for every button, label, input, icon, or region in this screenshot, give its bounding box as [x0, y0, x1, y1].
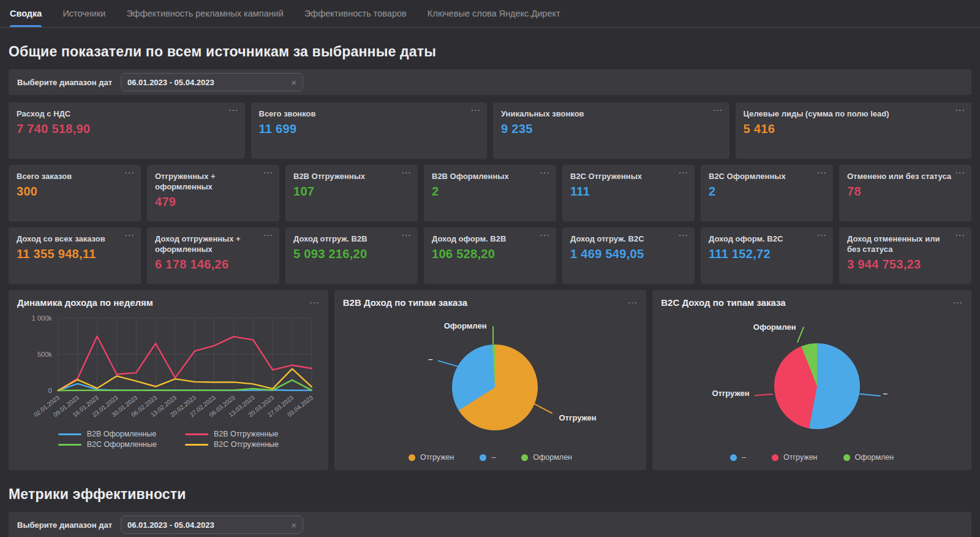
card-menu-icon[interactable]: ···: [679, 231, 688, 239]
card-menu-icon[interactable]: ···: [540, 169, 550, 177]
kpi-value: 2: [709, 185, 825, 199]
pie-callout-label: Отгружен: [559, 413, 596, 422]
kpi-card: B2B Отгруженных···107: [285, 165, 418, 221]
kpi-card: Доход отгруж. B2B···5 093 216,20: [285, 227, 418, 284]
clear-date-icon[interactable]: ×: [291, 78, 296, 87]
kpi-value: 2: [432, 185, 548, 199]
kpi-label: B2B Оформленных: [432, 172, 548, 182]
legend-label: B2B Оформленные: [87, 430, 157, 438]
line-chart-card: Динамика дохода по неделям ··· 0500k1 00…: [9, 290, 328, 470]
legend-dot: [521, 454, 528, 461]
tab-bar: СводкаИсточникиЭффективность рекламных к…: [0, 0, 980, 28]
pie-leader-line: [492, 326, 494, 345]
tab-label: Ключевые слова Яндекс.Директ: [428, 9, 560, 18]
kpi-value: 5 416: [744, 122, 964, 136]
card-menu-icon[interactable]: ···: [125, 169, 135, 177]
pie-callout-label: –: [883, 389, 888, 398]
tab-effektivnost-reklamnyh-kampaniy[interactable]: Эффективность рекламных кампаний: [126, 0, 284, 27]
kpi-label: B2B Отгруженных: [293, 172, 410, 182]
legend-dot: [480, 454, 486, 461]
legend-item[interactable]: B2C Отгруженные: [185, 440, 279, 449]
clear-date-icon[interactable]: ×: [291, 520, 296, 530]
tab-label: Источники: [62, 9, 105, 18]
kpi-value: 78: [847, 185, 963, 199]
b2b-pie-title: B2B Доход по типам заказа: [343, 297, 467, 308]
tab-label: Сводка: [10, 9, 42, 18]
pie-leader-line: [533, 403, 553, 414]
legend-label: –: [742, 453, 746, 462]
kpi-row-1: Расход с НДС···7 740 518,90Всего звонков…: [9, 102, 971, 159]
pie-leader-line: [755, 394, 773, 396]
kpi-label: Всего звонков: [259, 109, 480, 120]
kpi-value: 479: [155, 195, 271, 209]
legend-dot: [843, 454, 850, 461]
card-menu-icon[interactable]: ···: [402, 231, 412, 239]
date-range-input[interactable]: 06.01.2023 - 05.04.2023 ×: [121, 73, 303, 91]
card-menu-icon[interactable]: ···: [953, 299, 963, 308]
legend-item[interactable]: –: [730, 453, 746, 462]
kpi-value: 6 178 146,26: [155, 257, 271, 272]
kpi-card: Отменено или без статуса···78: [839, 165, 971, 221]
kpi-label: Доход со всех заказов: [17, 234, 133, 245]
card-menu-icon[interactable]: ···: [956, 169, 965, 177]
legend-item[interactable]: B2C Оформленные: [58, 440, 157, 449]
line-chart-legend: B2B ОформленныеB2B ОтгруженныеB2C Оформл…: [17, 430, 320, 449]
legend-item[interactable]: B2B Отгруженные: [185, 430, 279, 438]
legend-item[interactable]: Оформлен: [521, 453, 572, 462]
card-menu-icon[interactable]: ···: [956, 106, 965, 114]
legend-item[interactable]: –: [480, 453, 496, 462]
tab-effektivnost-tovarov[interactable]: Эффективность товаров: [304, 0, 407, 27]
pie-circle[interactable]: [774, 343, 860, 429]
card-menu-icon[interactable]: ···: [714, 106, 723, 114]
card-menu-icon[interactable]: ···: [628, 299, 638, 308]
kpi-label: Доход отгруж. B2B: [293, 234, 410, 245]
legend-label: Оформлен: [533, 453, 572, 462]
kpi-card: B2B Оформленных···2: [424, 165, 556, 221]
card-menu-icon[interactable]: ···: [817, 169, 827, 177]
legend-line-swatch: [185, 433, 208, 435]
legend-item[interactable]: Оформлен: [843, 453, 894, 462]
pie-callout-label: –: [428, 354, 432, 364]
card-menu-icon[interactable]: ···: [956, 231, 965, 239]
kpi-label: Уникальных звонков: [501, 109, 722, 120]
kpi-card: Доход со всех заказов···11 355 948,11: [9, 227, 141, 284]
svg-text:0: 0: [48, 387, 52, 394]
legend-item[interactable]: B2B Оформленные: [58, 430, 157, 438]
pie-leader-line: [856, 393, 881, 396]
card-menu-icon[interactable]: ···: [125, 231, 135, 239]
kpi-label: B2C Оформленных: [709, 172, 825, 182]
kpi-value: 300: [17, 185, 133, 199]
card-menu-icon[interactable]: ···: [229, 106, 239, 114]
card-menu-icon[interactable]: ···: [263, 169, 273, 177]
card-menu-icon[interactable]: ···: [310, 299, 320, 308]
tab-klyuchevye-slova-yandex-direct[interactable]: Ключевые слова Яндекс.Директ: [428, 0, 560, 27]
tab-istochniki[interactable]: Источники: [62, 0, 105, 27]
card-menu-icon[interactable]: ···: [540, 231, 550, 239]
legend-label: B2C Отгруженные: [214, 440, 279, 449]
legend-item[interactable]: Отгружен: [409, 453, 454, 462]
legend-dot: [409, 454, 415, 461]
card-menu-icon[interactable]: ···: [817, 231, 827, 239]
legend-dot: [772, 454, 778, 461]
kpi-label: Всего заказов: [17, 172, 133, 182]
card-menu-icon[interactable]: ···: [471, 106, 481, 114]
kpi-card: Доход отмененных или без статуса···3 944…: [839, 227, 971, 284]
date-range-input[interactable]: 06.01.2023 - 05.04.2023 ×: [121, 516, 303, 534]
pie-leader-line: [796, 327, 804, 343]
kpi-card: Уникальных звонков···9 235: [493, 102, 729, 159]
card-menu-icon[interactable]: ···: [402, 169, 412, 177]
line-chart-title: Динамика дохода по неделям: [17, 297, 153, 308]
date-filter-label: Выберите диапазон дат: [17, 520, 112, 530]
card-menu-icon[interactable]: ···: [263, 231, 273, 239]
kpi-card: Целевые лиды (сумма по полю lead)···5 41…: [736, 102, 972, 159]
tab-svodka[interactable]: Сводка: [10, 0, 42, 27]
kpi-card: Всего заказов···300: [9, 165, 141, 221]
card-menu-icon[interactable]: ···: [679, 169, 688, 177]
pie-leader-line: [438, 360, 458, 367]
b2c-pie-legend: –ОтгруженОформлен: [661, 451, 963, 463]
pie-callout-label: Отгружен: [712, 389, 749, 398]
kpi-card: Доход оформ. B2C···111 152,72: [701, 227, 833, 284]
legend-label: Отгружен: [783, 453, 817, 462]
legend-item[interactable]: Отгружен: [772, 453, 817, 462]
pie-circle[interactable]: [452, 345, 538, 430]
